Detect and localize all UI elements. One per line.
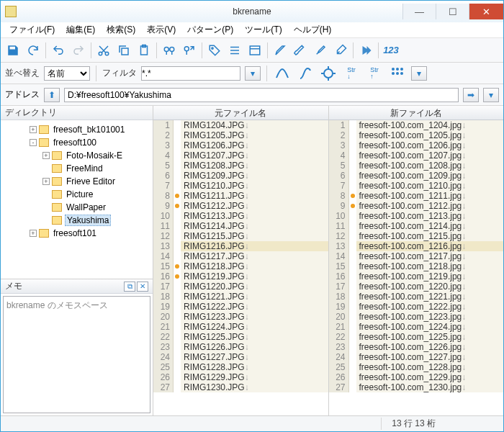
brush4-icon[interactable] xyxy=(331,41,350,60)
file-row[interactable]: 11RIMG1214.JPG↓ xyxy=(153,221,328,231)
file-row[interactable]: 26freesoft-100.com_1229.jpg↓ xyxy=(329,372,504,382)
file-row[interactable]: 19RIMG1222.JPG↓ xyxy=(153,302,328,312)
file-row[interactable]: 23RIMG1226.JPG↓ xyxy=(153,342,328,352)
string1-icon[interactable]: Str↓ xyxy=(342,64,361,83)
file-row[interactable]: 5RIMG1208.JPG↓ xyxy=(153,161,328,171)
file-row[interactable]: 12RIMG1215.JPG↓ xyxy=(153,231,328,241)
file-row[interactable]: 1freesoft-100.com_1204.jpg↓ xyxy=(329,120,504,130)
tree-node[interactable]: Picture xyxy=(2,188,151,201)
file-row[interactable]: 11freesoft-100.com_1214.jpg↓ xyxy=(329,221,504,231)
file-row[interactable]: 22RIMG1225.JPG↓ xyxy=(153,332,328,342)
find-icon[interactable] xyxy=(160,41,179,60)
file-row[interactable]: 6freesoft-100.com_1209.jpg↓ xyxy=(329,171,504,181)
tree-node[interactable]: +Frieve Editor xyxy=(2,175,151,188)
minimize-button[interactable]: — xyxy=(402,4,436,19)
menu-help[interactable]: ヘルプ(H) xyxy=(288,22,338,37)
file-row[interactable]: 6RIMG1209.JPG↓ xyxy=(153,171,328,181)
file-row[interactable]: 20freesoft-100.com_1223.jpg↓ xyxy=(329,312,504,322)
memo-clear-icon[interactable]: ✕ xyxy=(137,282,148,292)
new-file-list[interactable]: 1freesoft-100.com_1204.jpg↓2freesoft-100… xyxy=(329,120,504,415)
string2-icon[interactable]: Str↑ xyxy=(365,64,384,83)
menu-edit[interactable]: 編集(E) xyxy=(60,22,101,37)
brush2-icon[interactable] xyxy=(291,41,310,60)
file-row[interactable]: 18RIMG1221.JPG↓ xyxy=(153,292,328,302)
more-dropdown-icon[interactable]: ▾ xyxy=(411,66,427,81)
file-row[interactable]: 22freesoft-100.com_1225.jpg↓ xyxy=(329,332,504,342)
file-row[interactable]: 3freesoft-100.com_1206.jpg↓ xyxy=(329,140,504,150)
file-row[interactable]: 25freesoft-100.com_1228.jpg↓ xyxy=(329,362,504,372)
file-row[interactable]: 24RIMG1227.JPG↓ xyxy=(153,352,328,362)
file-row[interactable]: 10freesoft-100.com_1213.jpg↓ xyxy=(329,211,504,221)
file-row[interactable]: 7RIMG1210.JPG↓ xyxy=(153,181,328,191)
cut-icon[interactable] xyxy=(94,41,113,60)
file-row[interactable]: 10RIMG1213.JPG↓ xyxy=(153,211,328,221)
menu-search[interactable]: 検索(S) xyxy=(101,22,141,37)
file-row[interactable]: 16freesoft-100.com_1219.jpg↓ xyxy=(329,271,504,282)
tag-icon[interactable] xyxy=(205,41,224,60)
file-row[interactable]: 4freesoft-100.com_1207.jpg↓ xyxy=(329,150,504,161)
file-row[interactable]: 17freesoft-100.com_1220.jpg↓ xyxy=(329,282,504,292)
redo-icon[interactable] xyxy=(69,41,88,60)
file-row[interactable]: 21freesoft-100.com_1224.jpg↓ xyxy=(329,322,504,332)
file-row[interactable]: 18freesoft-100.com_1221.jpg↓ xyxy=(329,292,504,302)
brush3-icon[interactable] xyxy=(311,41,330,60)
tool-a-icon[interactable] xyxy=(273,64,292,83)
save-icon[interactable] xyxy=(4,41,22,60)
address-input[interactable] xyxy=(64,88,459,102)
file-row[interactable]: 8RIMG1211.JPG↓ xyxy=(153,191,328,201)
file-row[interactable]: 21RIMG1224.JPG↓ xyxy=(153,322,328,332)
directory-tree[interactable]: +freesoft_bk101001-freesoft100+Foto-Mosa… xyxy=(1,120,153,279)
tree-node[interactable]: +Foto-Mosaik-E xyxy=(2,149,151,162)
file-row[interactable]: 12freesoft-100.com_1215.jpg↓ xyxy=(329,231,504,241)
file-row[interactable]: 14freesoft-100.com_1217.jpg↓ xyxy=(329,251,504,261)
replace-icon[interactable] xyxy=(180,41,199,60)
run-icon[interactable] xyxy=(356,41,375,60)
number-icon[interactable]: 123 xyxy=(382,41,400,60)
file-row[interactable]: 26RIMG1229.JPG↓ xyxy=(153,372,328,382)
file-row[interactable]: 9freesoft-100.com_1212.jpg↓ xyxy=(329,201,504,211)
file-row[interactable]: 3RIMG1206.JPG↓ xyxy=(153,140,328,150)
file-row[interactable]: 27RIMG1230.JPG↓ xyxy=(153,382,328,392)
undo-icon[interactable] xyxy=(49,41,68,60)
tree-node[interactable]: +freesoft_bk101001 xyxy=(2,123,151,136)
file-row[interactable]: 13RIMG1216.JPG↓ xyxy=(153,241,328,251)
tree-node[interactable]: WallPaper xyxy=(2,201,151,214)
memo-copy-icon[interactable]: ⧉ xyxy=(124,282,135,292)
paste-icon[interactable] xyxy=(135,41,153,60)
tree-node[interactable]: Yakushima xyxy=(2,214,151,227)
file-row[interactable]: 13freesoft-100.com_1216.jpg↓ xyxy=(329,241,504,251)
close-button[interactable]: ✕ xyxy=(469,4,503,19)
tree-node[interactable]: FreeMind xyxy=(2,162,151,175)
file-row[interactable]: 1RIMG1204.JPG↓ xyxy=(153,120,328,130)
file-row[interactable]: 15RIMG1218.JPG↓ xyxy=(153,261,328,271)
file-row[interactable]: 24freesoft-100.com_1227.jpg↓ xyxy=(329,352,504,362)
file-row[interactable]: 23freesoft-100.com_1226.jpg↓ xyxy=(329,342,504,352)
tree-node[interactable]: -freesoft100 xyxy=(2,136,151,149)
file-row[interactable]: 5freesoft-100.com_1208.jpg↓ xyxy=(329,161,504,171)
copy-icon[interactable] xyxy=(114,41,133,60)
menu-file[interactable]: ファイル(F) xyxy=(4,22,60,37)
tree-node[interactable]: +freesoft101 xyxy=(2,227,151,240)
tool-b-icon[interactable] xyxy=(296,64,315,83)
file-row[interactable]: 4RIMG1207.JPG↓ xyxy=(153,150,328,161)
maximize-button[interactable]: ☐ xyxy=(436,4,469,19)
panel-icon[interactable] xyxy=(246,41,264,60)
file-row[interactable]: 9RIMG1212.JPG↓ xyxy=(153,201,328,211)
refresh-icon[interactable] xyxy=(24,41,42,60)
file-row[interactable]: 16RIMG1219.JPG↓ xyxy=(153,271,328,282)
file-row[interactable]: 19freesoft-100.com_1222.jpg↓ xyxy=(329,302,504,312)
file-row[interactable]: 14RIMG1217.JPG↓ xyxy=(153,251,328,261)
address-more-icon[interactable]: ▾ xyxy=(483,88,499,102)
file-row[interactable]: 15freesoft-100.com_1218.jpg↓ xyxy=(329,261,504,271)
orig-file-list[interactable]: 1RIMG1204.JPG↓2RIMG1205.JPG↓3RIMG1206.JP… xyxy=(153,120,328,415)
menu-view[interactable]: 表示(V) xyxy=(141,22,181,37)
sort-select[interactable]: 名前 xyxy=(44,66,90,81)
file-row[interactable]: 2freesoft-100.com_1205.jpg↓ xyxy=(329,130,504,140)
file-row[interactable]: 20RIMG1223.JPG↓ xyxy=(153,312,328,322)
list-icon[interactable] xyxy=(225,41,244,60)
brush1-icon[interactable] xyxy=(271,41,289,60)
memo-textarea[interactable]: bkrename のメモスペース xyxy=(3,296,150,413)
file-row[interactable]: 17RIMG1220.JPG↓ xyxy=(153,282,328,292)
menu-pattern[interactable]: パターン(P) xyxy=(181,22,239,37)
address-go-icon[interactable]: ➡ xyxy=(463,88,479,102)
